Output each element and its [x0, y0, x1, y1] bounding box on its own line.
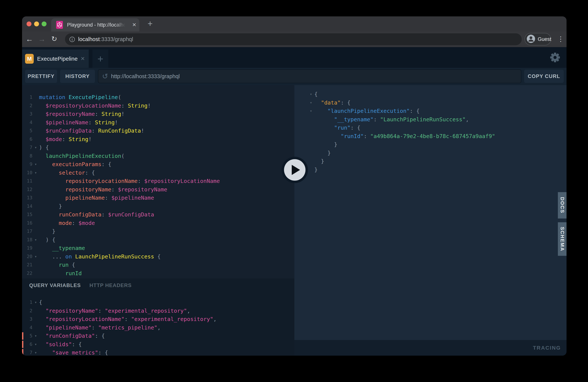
code-text: } — [314, 140, 337, 149]
code-line: 16 mode: $mode — [22, 219, 294, 227]
fold-arrow-icon[interactable]: ▾ — [32, 143, 39, 152]
fold-arrow-icon[interactable]: ▾ — [32, 348, 39, 356]
history-button[interactable]: HISTORY — [60, 70, 95, 83]
fold-arrow-icon[interactable]: ▾ — [32, 160, 39, 169]
back-icon[interactable]: ← — [25, 31, 34, 47]
code-text: selector: { — [39, 169, 95, 177]
profile-button[interactable]: Guest — [525, 33, 551, 45]
code-line: 1▾{ — [22, 298, 294, 307]
line-number: 6 — [22, 340, 32, 349]
fold-arrow-icon[interactable]: ▾ — [308, 107, 314, 115]
forward-icon[interactable]: → — [37, 31, 46, 47]
browser-tab-close-icon[interactable]: ✕ — [132, 18, 136, 31]
code-text: mutation ExecutePipeline( — [39, 93, 121, 102]
fold-spacer — [308, 132, 314, 141]
traffic-light-minimize-icon[interactable] — [34, 21, 39, 26]
fold-arrow-icon[interactable]: ▾ — [32, 253, 39, 261]
line-number: 20 — [22, 253, 32, 261]
graphql-playground: M ExecutePipeline ✕ + PR — [22, 47, 567, 356]
fold-arrow-icon[interactable]: ▾ — [32, 236, 39, 244]
code-text: "repositoryName": "experimental_reposito… — [39, 307, 190, 315]
tracing-label[interactable]: TRACING — [533, 345, 561, 351]
docs-side-tab[interactable]: DOCS — [558, 192, 567, 218]
fold-arrow-icon[interactable]: ▾ — [308, 90, 314, 99]
code-line: 17 } — [22, 227, 294, 236]
address-bar-url: localhost:3333/graphql — [78, 36, 133, 42]
line-number: 17 — [22, 227, 32, 236]
execute-play-button[interactable] — [282, 157, 308, 183]
code-line: 20▾ ... on LaunchPipelineRunSuccess { — [22, 253, 294, 261]
session-tab-close-icon[interactable]: ✕ — [81, 56, 85, 62]
line-number: 1 — [22, 93, 32, 102]
code-text: $runConfigData: RunConfigData! — [39, 127, 144, 135]
code-line: 7▾) { — [22, 143, 294, 152]
code-line: 13 pipelineName: $pipelineName — [22, 194, 294, 202]
prettify-button[interactable]: PRETTIFY — [25, 70, 57, 83]
line-number: 14 — [22, 202, 32, 211]
browser-menu-icon[interactable]: ⋮ — [557, 31, 565, 47]
code-text: "data": { — [314, 99, 351, 107]
line-number: 10 — [22, 169, 32, 177]
session-toolbar: PRETTIFY HISTORY ↺ http://localhost:3333… — [22, 68, 567, 85]
code-text: executionParams: { — [39, 160, 111, 169]
tab-query-variables[interactable]: QUERY VARIABLES — [29, 282, 81, 288]
variables-editor[interactable]: 1▾{2 "repositoryName": "experimental_rep… — [22, 293, 294, 356]
traffic-light-fullscreen-icon[interactable] — [42, 21, 46, 26]
query-editor[interactable]: 1mutation ExecutePipeline(2 $repositoryL… — [22, 85, 294, 278]
fold-arrow-icon[interactable]: ▾ — [308, 99, 314, 107]
play-icon — [284, 159, 306, 181]
code-line: } — [308, 149, 567, 157]
variables-header: QUERY VARIABLES HTTP HEADERS — [22, 278, 294, 293]
code-text: "pipelineName": "metrics_pipeline", — [39, 323, 161, 332]
tab-http-headers[interactable]: HTTP HEADERS — [89, 282, 132, 288]
site-info-icon[interactable] — [69, 36, 75, 42]
fold-arrow-icon[interactable]: ▾ — [32, 340, 39, 349]
session-tab-title: ExecutePipeline — [37, 56, 78, 62]
fold-spacer — [32, 211, 39, 219]
line-number: 7 — [22, 143, 32, 152]
code-line: 4 $pipelineName: String! — [22, 118, 294, 127]
reload-icon[interactable]: ↻ — [49, 31, 59, 47]
code-text: __typename — [39, 244, 85, 253]
code-line: } — [308, 140, 567, 149]
code-text: } — [39, 227, 55, 236]
code-line: 15 runConfigData: $runConfigData — [22, 211, 294, 219]
new-session-button[interactable]: + — [92, 49, 108, 68]
address-bar[interactable]: localhost:3333/graphql — [65, 33, 522, 45]
fold-spacer — [32, 323, 39, 332]
fold-spacer — [32, 118, 39, 127]
code-text: "solids": { — [39, 340, 82, 349]
fold-spacer — [308, 166, 314, 174]
code-line: 11 repositoryLocationName: $repositoryLo… — [22, 177, 294, 185]
traffic-light-close-icon[interactable] — [26, 21, 31, 26]
code-line: "run": { — [308, 124, 567, 132]
fold-spacer — [32, 202, 39, 211]
fold-arrow-icon[interactable]: ▾ — [32, 169, 39, 177]
schema-side-tab[interactable]: SCHEMA — [558, 222, 567, 256]
code-line: 8 launchPipelineExecution( — [22, 152, 294, 160]
fold-spacer — [32, 127, 39, 135]
fold-arrow-icon[interactable]: ▾ — [32, 332, 39, 340]
endpoint-input[interactable]: ↺ http://localhost:3333/graphql — [98, 69, 521, 83]
graphql-playground-favicon-icon — [56, 21, 63, 30]
line-number: 22 — [22, 269, 32, 278]
line-number: 7 — [22, 348, 32, 356]
fold-arrow-icon[interactable]: ▾ — [32, 298, 39, 307]
endpoint-history-icon[interactable]: ↺ — [102, 73, 108, 80]
line-number: 2 — [22, 307, 32, 315]
copy-curl-button[interactable]: COPY CURL — [524, 70, 564, 83]
settings-gear-icon[interactable] — [549, 52, 561, 63]
line-number: 6 — [22, 135, 32, 144]
code-line: 1mutation ExecutePipeline( — [22, 93, 294, 102]
line-number: 9 — [22, 160, 32, 169]
fold-spacer — [32, 194, 39, 202]
session-tab-executepipeline[interactable]: M ExecutePipeline ✕ — [22, 49, 89, 68]
code-text: launchPipelineExecution( — [39, 152, 125, 160]
code-line: 2 $repositoryLocationName: String! — [22, 102, 294, 110]
fold-spacer — [32, 219, 39, 227]
code-text: "save_metrics": { — [39, 348, 108, 356]
browser-new-tab-button[interactable]: + — [144, 18, 156, 30]
browser-tab[interactable]: Playground - http://localhost:3 ✕ — [51, 18, 139, 31]
browser-window: Playground - http://localhost:3 ✕ + ← → … — [22, 16, 567, 356]
mutation-badge: M — [25, 54, 34, 64]
